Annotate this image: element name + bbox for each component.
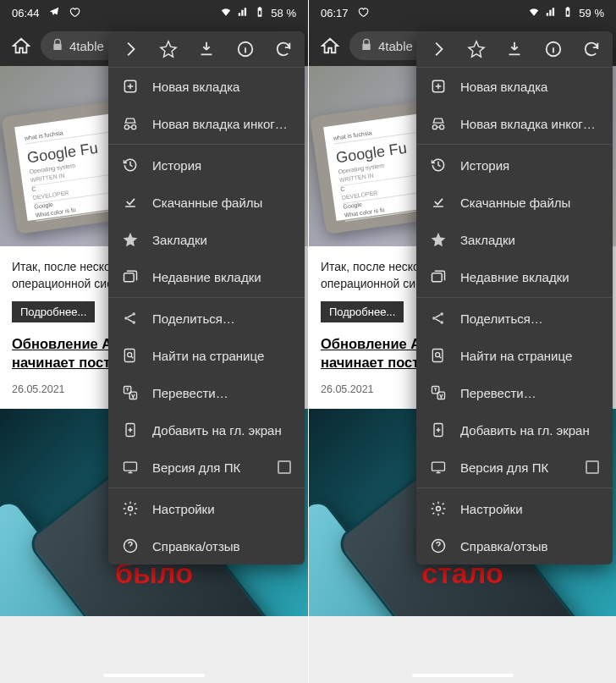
add-home-icon [430,421,447,438]
nav-pill[interactable] [103,674,205,677]
menu-item-star[interactable]: Закладки [108,221,305,258]
menu-item-label: Новая вкладка [460,80,599,94]
bookmark-star-icon[interactable] [159,40,178,58]
menu-separator [108,487,305,488]
menu-item-label: Версия для ПК [460,460,572,475]
download-icon[interactable] [197,40,216,58]
url-text: 4table [69,39,104,53]
menu-item-translate[interactable]: Перевести… [416,374,613,411]
battery-pct: 59 % [579,7,604,19]
menu-item-plus-box[interactable]: Новая вкладка [108,68,305,105]
menu-item-label: Новая вкладка [152,80,291,94]
read-more-button[interactable]: Подробнее... [12,301,95,322]
plus-box-icon [122,78,139,95]
checkbox-icon[interactable] [278,460,291,474]
menu-item-label: Добавить на гл. экран [460,423,599,438]
menu-item-desktop[interactable]: Версия для ПК [108,449,305,486]
menu-item-find[interactable]: Найти на странице [416,337,613,374]
translate-icon [430,384,447,401]
menu-item-help[interactable]: Справка/отзыв [416,527,613,565]
right-pane: 06:17 59 % 4table what is fuchsia Google… [308,0,616,683]
menu-item-label: Закладки [152,233,291,247]
menu-separator [108,297,305,298]
menu-item-label: Закладки [460,233,599,247]
menu-item-label: Скачанные файлы [460,196,599,210]
star-icon [430,231,447,248]
download-icon[interactable] [505,40,524,58]
page-info-icon[interactable] [236,40,255,58]
telegram-icon [48,6,60,20]
menu-item-download-done[interactable]: Скачанные файлы [416,184,613,221]
menu-item-add-home[interactable]: Добавить на гл. экран [108,411,305,449]
menu-item-label: Поделиться… [152,311,291,326]
lock-icon [51,38,64,54]
menu-item-share[interactable]: Поделиться… [108,300,305,337]
history-icon [430,157,447,174]
home-button[interactable] [316,31,344,60]
bookmark-star-icon[interactable] [467,40,486,58]
reload-icon[interactable] [274,40,293,58]
menu-item-download-done[interactable]: Скачанные файлы [108,184,305,221]
desktop-icon [430,459,447,476]
menu-item-help[interactable]: Справка/отзыв [108,527,305,565]
menu-item-label: Недавние вкладки [460,270,599,284]
download-done-icon [122,194,139,211]
menu-item-plus-box[interactable]: Новая вкладка [416,68,613,105]
forward-icon[interactable] [428,40,447,58]
menu-item-incognito[interactable]: Новая вкладка инкогн… [416,105,613,142]
nav-pill[interactable] [412,674,514,677]
status-bar: 06:44 58 % [0,0,308,25]
battery-icon [254,6,266,20]
tabs-icon [430,268,447,285]
find-icon [430,347,447,364]
menu-separator [416,487,613,488]
forward-icon[interactable] [120,40,139,58]
menu-item-label: История [460,158,599,173]
menu-item-gear[interactable]: Настройки [108,490,305,527]
url-text: 4table [378,39,413,53]
signal-icon [545,6,557,20]
menu-item-add-home[interactable]: Добавить на гл. экран [416,411,613,449]
menu-item-translate[interactable]: Перевести… [108,374,305,411]
menu-item-tabs[interactable]: Недавние вкладки [416,258,613,295]
menu-item-incognito[interactable]: Новая вкладка инкогн… [108,105,305,142]
menu-item-label: Перевести… [152,386,291,400]
menu-item-tabs[interactable]: Недавние вкладки [108,258,305,295]
menu-item-history[interactable]: История [416,146,613,184]
incognito-icon [122,115,139,132]
menu-item-history[interactable]: История [108,146,305,184]
menu-item-label: Справка/отзыв [152,539,291,554]
menu-item-label: Найти на странице [152,349,291,363]
menu-item-desktop[interactable]: Версия для ПК [416,449,613,486]
reload-icon[interactable] [582,40,601,58]
page-info-icon[interactable] [544,40,563,58]
heart-icon [69,6,80,20]
gear-icon [122,500,139,517]
wifi-icon [528,6,540,20]
menu-item-share[interactable]: Поделиться… [416,300,613,337]
menu-item-label: Перевести… [460,386,599,400]
menu-item-star[interactable]: Закладки [416,221,613,258]
nav-bar [309,668,616,683]
menu-item-gear[interactable]: Настройки [416,490,613,527]
desktop-icon [122,459,139,476]
menu-item-find[interactable]: Найти на странице [108,337,305,374]
menu-separator [416,144,613,145]
checkbox-icon[interactable] [586,460,599,474]
share-icon [430,310,447,327]
download-done-icon [430,194,447,211]
help-icon [430,537,447,554]
left-pane: 06:44 58 % 4table what is fuchsia Google… [0,0,308,683]
home-button[interactable] [7,31,36,60]
nav-bar [0,668,308,683]
menu-separator [108,144,305,145]
menu-item-label: Поделиться… [460,311,599,326]
menu-item-label: Новая вкладка инкогн… [152,117,291,131]
star-icon [122,231,139,248]
status-time: 06:17 [321,7,349,19]
read-more-button[interactable]: Подробнее... [321,301,404,322]
translate-icon [122,384,139,401]
menu-item-label: Найти на странице [460,349,599,363]
menu-item-label: Настройки [460,502,599,516]
find-icon [122,347,139,364]
